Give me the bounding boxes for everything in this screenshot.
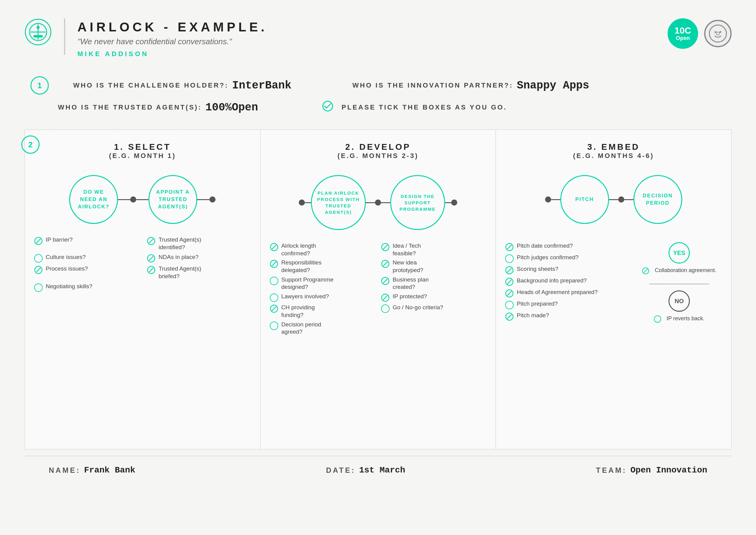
check-process-text: Process issues? bbox=[46, 265, 88, 273]
please-tick-row: PLEASE TICK THE BOXES AS YOU GO. bbox=[322, 101, 507, 114]
circle-pitch-prepared bbox=[505, 301, 514, 309]
phase1-circle-1-text: DO WENEED ANAIRLOCK? bbox=[75, 185, 113, 213]
phase2-circle-1: PLAN AIRLOCKPROCESS WITHTRUSTEDAGENT(S) bbox=[311, 175, 366, 230]
svg-point-7 bbox=[715, 31, 716, 33]
phase1-circles-row: DO WENEED ANAIRLOCK? APPOINT ATRUSTEDAGE… bbox=[34, 175, 251, 224]
phase2-section: 2. DEVELOP (E.G. MONTHS 2-3) PLAN AIRLOC… bbox=[261, 130, 496, 449]
agent-value: 100%Open bbox=[205, 101, 258, 114]
slash-biz bbox=[381, 277, 390, 285]
app-author: MIKE ADDISON bbox=[77, 50, 267, 58]
check-idea-tech: Idea / Techfeasible? bbox=[381, 242, 486, 257]
check-pitch-made-text: Pitch made? bbox=[517, 312, 549, 319]
check-slash-icon-2 bbox=[147, 237, 155, 245]
slash-collab bbox=[642, 267, 649, 274]
phase3-circle-2-text: DECISIONPERIOD bbox=[640, 189, 676, 210]
check-pitch-date-text: Pitch date confirmed? bbox=[517, 242, 573, 250]
check-background-text: Background info prepared? bbox=[517, 277, 586, 285]
check-responsibilities-text: Responsibilitiesdelegated? bbox=[282, 259, 322, 274]
header: AIRLOCK - EXAMPLE. "We never have confid… bbox=[24, 18, 732, 58]
phase2-checklist: Airlock lengthconfirmed? Idea / Techfeas… bbox=[270, 242, 487, 336]
check-slash-icon-5 bbox=[147, 266, 155, 274]
footer-name-label: NAME: bbox=[49, 466, 80, 475]
slash-pitch-date bbox=[505, 243, 514, 251]
check-support-prog-text: Support Programmedesigned? bbox=[282, 276, 334, 291]
please-tick-label: PLEASE TICK THE BOXES AS YOU GO. bbox=[342, 103, 507, 111]
check-ndas-text: NDAs in place? bbox=[158, 253, 199, 261]
circle-dec-period bbox=[270, 322, 278, 330]
phase3-header: 3. EMBED (E.G. MONTHS 4-6) bbox=[505, 142, 722, 160]
phase3-circle-1: PITCH bbox=[560, 175, 609, 224]
check-culture: Culture issues? bbox=[34, 253, 138, 263]
phase2-circles-row: PLAN AIRLOCKPROCESS WITHTRUSTEDAGENT(S) … bbox=[270, 175, 487, 230]
info-row-1: 1 WHO IS THE CHALLENGE HOLDER?: InterBan… bbox=[24, 76, 732, 95]
header-left: AIRLOCK - EXAMPLE. "We never have confid… bbox=[24, 18, 267, 58]
check-go-nogo: Go / No-go criteria? bbox=[381, 304, 486, 319]
phase3-title: 3. EMBED bbox=[505, 142, 722, 152]
phase2-title: 2. DEVELOP bbox=[270, 142, 487, 152]
footer-date-label: DATE: bbox=[326, 466, 355, 475]
svg-line-15 bbox=[149, 239, 153, 243]
svg-line-45 bbox=[507, 315, 512, 319]
challenge-holder-item: WHO IS THE CHALLENGE HOLDER?: InterBank bbox=[73, 79, 291, 92]
check-negotiating: Negotiating skills? bbox=[34, 283, 138, 292]
check-support-prog: Support Programmedesigned? bbox=[270, 276, 375, 291]
airlock-logo-icon bbox=[24, 18, 52, 46]
svg-line-39 bbox=[507, 268, 512, 272]
challenge-label: WHO IS THE CHALLENGE HOLDER?: bbox=[73, 81, 229, 89]
check-slash-icon-4 bbox=[34, 266, 43, 274]
check-idea-tech-text: Idea / Techfeasible? bbox=[392, 242, 421, 257]
check-circle-icon bbox=[34, 254, 43, 263]
slash-funding bbox=[270, 304, 278, 313]
check-ip-protected: IP protected? bbox=[381, 293, 486, 302]
check-slash-icon-3 bbox=[147, 254, 155, 263]
svg-point-6 bbox=[709, 25, 726, 42]
branch-container: YES Collaboration agreement. bbox=[642, 242, 716, 323]
connector-2b bbox=[366, 200, 390, 206]
check-ch-funding: CH providingfunding? bbox=[270, 304, 375, 319]
phase1-circle-1: DO WENEED ANAIRLOCK? bbox=[69, 175, 118, 224]
100open-logo: 10C Open bbox=[668, 18, 698, 49]
check-business-plan: Business plancreated? bbox=[381, 276, 486, 291]
svg-line-47 bbox=[644, 269, 647, 273]
svg-line-23 bbox=[272, 245, 276, 249]
footer-date: DATE: 1st March bbox=[326, 465, 405, 475]
check-scoring: Scoring sheets? bbox=[505, 266, 631, 274]
collab-row: Collaboration agreement. bbox=[642, 267, 716, 274]
branch-divider bbox=[649, 284, 709, 284]
check-airlock-length-text: Airlock lengthconfirmed? bbox=[282, 242, 316, 257]
svg-line-13 bbox=[36, 239, 40, 243]
phase1-header: 1. SELECT (E.G. MONTH 1) bbox=[34, 142, 251, 160]
footer-team: TEAM: Open Innovation bbox=[596, 465, 707, 475]
phase3-circles-row: PITCH DECISIONPERIOD bbox=[505, 175, 722, 224]
check-new-idea: New ideaprototyped? bbox=[381, 259, 486, 274]
phase1-sub: (E.G. MONTH 1) bbox=[34, 152, 251, 160]
phase2-sub: (E.G. MONTHS 2-3) bbox=[270, 152, 487, 160]
phase2-circle-2-text: DESIGN THESUPPORTPROGRAMME bbox=[396, 190, 439, 215]
check-go-nogo-text: Go / No-go criteria? bbox=[392, 304, 443, 311]
face-icon bbox=[704, 20, 732, 47]
slash-pitch-made bbox=[505, 312, 514, 321]
check-lawyers: Lawyers involved? bbox=[270, 293, 375, 302]
check-trusted-briefed-text: Trusted Agent(s)briefed? bbox=[158, 265, 201, 280]
check-ip-barrier: IP barrier? bbox=[34, 236, 138, 251]
phase3-circle-2: DECISIONPERIOD bbox=[634, 175, 682, 224]
svg-line-21 bbox=[149, 268, 153, 272]
check-heads: Heads of Agreement prepared? bbox=[505, 289, 631, 298]
svg-line-31 bbox=[383, 279, 388, 283]
check-pitch-prepared: Pitch prepared? bbox=[505, 300, 631, 309]
svg-line-27 bbox=[272, 262, 276, 266]
check-ndas: NDAs in place? bbox=[147, 253, 251, 263]
svg-line-17 bbox=[149, 256, 153, 261]
no-label: NO bbox=[675, 298, 684, 305]
check-trusted-identified-text: Trusted Agent(s)identified? bbox=[158, 236, 201, 251]
svg-line-41 bbox=[507, 280, 512, 284]
circle-pitch-judges bbox=[505, 254, 514, 263]
check-ip-protected-text: IP protected? bbox=[392, 293, 427, 300]
circle-ip-revert bbox=[654, 315, 661, 323]
slash-ip-protected bbox=[381, 294, 390, 302]
check-slash-icon bbox=[34, 237, 43, 245]
phase1-circle-2: APPOINT ATRUSTEDAGENT(S) bbox=[148, 175, 197, 224]
yes-label: YES bbox=[673, 249, 685, 257]
innovation-label: WHO IS THE INNOVATION PARTNER?: bbox=[352, 81, 513, 89]
check-pitch-judges: Pitch judges confirmed? bbox=[505, 254, 631, 263]
